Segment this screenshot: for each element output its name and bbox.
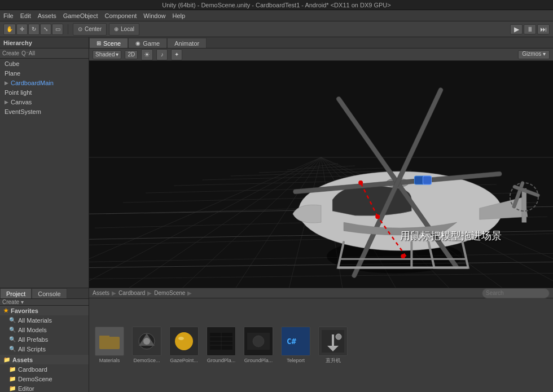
asset-demoscene-file[interactable]: DemoSce... xyxy=(130,327,164,364)
breadcrumb-assets[interactable]: Assets xyxy=(93,290,109,296)
svg-point-57 xyxy=(178,337,184,340)
hierarchy-panel: Hierarchy 🔒 Create Q⁻All Cube Plane ▶ Ca… xyxy=(0,37,89,288)
playback-controls: ▶ ⏸ ⏭ xyxy=(510,24,550,34)
tab-animator[interactable]: Animator xyxy=(167,38,207,48)
local-label: Local xyxy=(121,26,134,32)
favorites-label: Favorites xyxy=(11,307,38,314)
search-icon-3: 🔍 xyxy=(9,336,16,342)
assets-header[interactable]: 📁 Assets xyxy=(0,355,89,364)
menu-gameobject[interactable]: GameObject xyxy=(63,12,98,19)
toolbar: ✋ ✛ ↻ ⤡ ▭ ⊙ Center ⊕ Local ▶ ⏸ ⏭ xyxy=(0,21,553,37)
fav-prefabs-label: All Prefabs xyxy=(18,336,48,343)
move-tool[interactable]: ✛ xyxy=(16,24,28,35)
menu-component[interactable]: Component xyxy=(104,12,137,19)
pause-button[interactable]: ⏸ xyxy=(524,24,536,34)
helicopter-label: 直升机 xyxy=(326,358,341,364)
asset-helicopter[interactable]: 直升机 xyxy=(316,327,350,364)
menu-assets[interactable]: Assets xyxy=(38,12,56,19)
breadcrumb-arrow-1: ▶ xyxy=(112,290,116,296)
shading-dropdown[interactable]: Shaded ▾ xyxy=(93,50,121,59)
scene-viewport[interactable]: 用鼠标把模型拖进场景 xyxy=(89,61,553,288)
asset-cardboard[interactable]: 📁 Cardboard xyxy=(0,364,89,374)
scene-svg: 用鼠标把模型拖进场景 xyxy=(89,61,553,288)
assets-section: 📁 Assets 📁 Cardboard 📁 DemoScene 📁 Edito… xyxy=(0,355,89,392)
demoscene-icon xyxy=(132,327,161,356)
svg-point-64 xyxy=(253,336,264,347)
play-button[interactable]: ▶ xyxy=(510,24,523,34)
rect-tool[interactable]: ▭ xyxy=(52,24,63,35)
scene-fx-btn[interactable]: ✦ xyxy=(171,49,182,60)
scene-tabs: ⊞ Scene ◉ Game Animator xyxy=(89,37,553,49)
svg-rect-52 xyxy=(99,337,120,349)
asset-teleport[interactable]: C# Teleport xyxy=(279,327,313,364)
tab-console[interactable]: Console xyxy=(32,288,67,298)
gazepoint-label: GazePoint... xyxy=(170,358,198,364)
materials-icon xyxy=(95,327,124,356)
svg-rect-53 xyxy=(99,336,109,338)
project-create[interactable]: Create ▾ xyxy=(2,299,24,305)
game-tab-icon: ◉ xyxy=(135,40,141,46)
menu-window[interactable]: Window xyxy=(143,12,165,19)
asset-groundplane1[interactable]: GroundPla... xyxy=(204,327,238,364)
scene-light-btn[interactable]: ☀ xyxy=(141,49,153,60)
fav-materials[interactable]: 🔍 All Materials xyxy=(0,315,89,325)
assets-folder-icon: 📁 xyxy=(3,356,10,363)
hierarchy-eventsystem[interactable]: EventSystem xyxy=(0,107,89,116)
scene-audio-btn[interactable]: ♪ xyxy=(156,49,168,60)
asset-gazepoint[interactable]: GazePoint... xyxy=(167,327,201,364)
fav-models[interactable]: 🔍 All Models xyxy=(0,325,89,334)
tab-game[interactable]: ◉ Game xyxy=(128,38,167,48)
tab-scene[interactable]: ⊞ Scene xyxy=(89,38,128,48)
gizmos-button[interactable]: Gizmos ▾ xyxy=(518,50,550,59)
canvas-arrow: ▶ xyxy=(5,99,8,105)
breadcrumb-cardboard[interactable]: Cardboard xyxy=(118,290,145,296)
asset-search-input[interactable] xyxy=(482,288,550,298)
fav-prefabs[interactable]: 🔍 All Prefabs xyxy=(0,334,89,344)
svg-point-49 xyxy=(375,214,380,219)
main-layout: Hierarchy 🔒 Create Q⁻All Cube Plane ▶ Ca… xyxy=(0,37,553,392)
canvas-label: Canvas xyxy=(11,99,32,105)
search-icon: 🔍 xyxy=(9,317,16,323)
menu-edit[interactable]: Edit xyxy=(20,12,31,19)
hierarchy-cube[interactable]: Cube xyxy=(0,59,89,68)
demoscene-file-label: DemoSce... xyxy=(133,358,160,364)
hierarchy-pointlight[interactable]: Point light xyxy=(0,87,89,97)
pointlight-label: Point light xyxy=(5,89,32,96)
asset-demoscene[interactable]: 📁 DemoScene xyxy=(0,374,89,384)
asset-materials[interactable]: Materials xyxy=(93,327,126,364)
svg-text:C#: C# xyxy=(287,337,296,346)
hierarchy-title: Hierarchy xyxy=(3,39,32,46)
title-text: Unity (64bit) - DemoScene.unity - Cardbo… xyxy=(162,2,390,8)
2d-toggle[interactable]: 2D xyxy=(125,50,138,59)
menu-file[interactable]: File xyxy=(3,12,14,19)
groundplane2-icon xyxy=(244,327,273,356)
menu-help[interactable]: Help xyxy=(172,12,185,19)
editor-folder-icon: 📁 xyxy=(9,385,16,391)
eventsystem-label: EventSystem xyxy=(5,108,41,115)
gizmos-label: Gizmos xyxy=(522,51,541,57)
center-button[interactable]: ⊙ Center xyxy=(73,23,107,36)
scene-toolbar: Shaded ▾ 2D ☀ ♪ ✦ Gizmos ▾ xyxy=(89,49,553,61)
editor-label: Editor xyxy=(18,385,34,392)
hierarchy-plane[interactable]: Plane xyxy=(0,68,89,78)
breadcrumb-demoscene[interactable]: DemoScene xyxy=(154,290,185,296)
rotate-tool[interactable]: ↻ xyxy=(28,24,40,35)
favorites-header[interactable]: ★ Favorites xyxy=(0,306,89,315)
hand-tool[interactable]: ✋ xyxy=(3,24,16,35)
local-button[interactable]: ⊕ Local xyxy=(109,23,139,36)
svg-point-50 xyxy=(358,180,363,185)
asset-groundplane2[interactable]: GroundPla... xyxy=(242,327,275,364)
asset-editor[interactable]: 📁 Editor xyxy=(0,384,89,392)
scale-tool[interactable]: ⤡ xyxy=(40,24,51,35)
breadcrumb-arrow-2: ▶ xyxy=(147,290,152,296)
2d-label: 2D xyxy=(128,51,135,58)
fav-scripts[interactable]: 🔍 All Scripts xyxy=(0,344,89,354)
create-label[interactable]: Create xyxy=(2,50,19,56)
tab-project[interactable]: Project xyxy=(0,288,32,298)
hierarchy-canvas[interactable]: ▶ Canvas xyxy=(0,97,89,107)
step-button[interactable]: ⏭ xyxy=(537,24,550,34)
animator-tab-label: Animator xyxy=(174,40,199,47)
search-all[interactable]: Q⁻All xyxy=(21,50,35,56)
hierarchy-cardboardmain[interactable]: ▶ CardboardMain xyxy=(0,78,89,87)
groundplane2-label: GroundPla... xyxy=(244,358,273,364)
